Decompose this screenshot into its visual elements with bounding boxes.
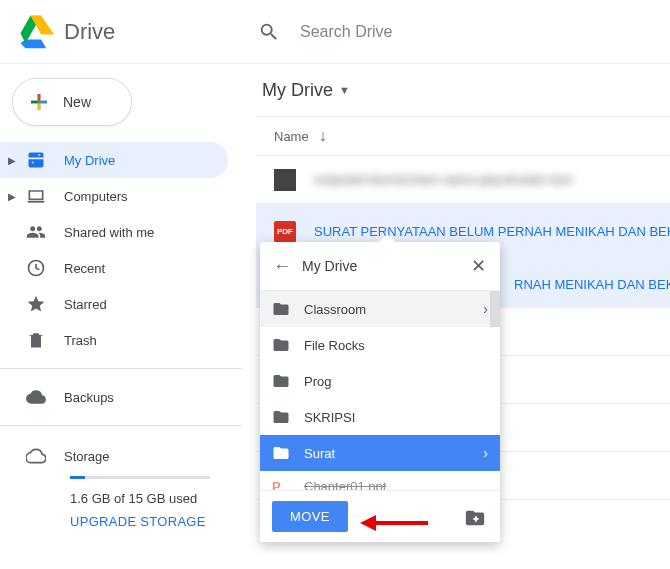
move-button[interactable]: MOVE bbox=[272, 501, 348, 532]
sidebar-item-label: Computers bbox=[64, 189, 128, 204]
new-folder-icon[interactable] bbox=[464, 507, 488, 527]
upgrade-storage-link[interactable]: UPGRADE STORAGE bbox=[70, 514, 242, 529]
folder-icon bbox=[272, 443, 292, 463]
breadcrumb-label: My Drive bbox=[262, 80, 333, 101]
my-drive-icon bbox=[24, 148, 48, 172]
move-dialog-title: My Drive bbox=[302, 258, 467, 274]
scrollbar[interactable] bbox=[490, 291, 500, 327]
sidebar-item-storage[interactable]: Storage bbox=[26, 446, 242, 466]
sidebar: New ▶ My Drive ▶ Computers Shared with m… bbox=[0, 64, 242, 569]
column-headers[interactable]: Name ↓ bbox=[256, 116, 670, 156]
pdf-icon: PDF bbox=[274, 221, 296, 243]
dropdown-caret-icon: ▼ bbox=[339, 84, 350, 96]
folder-name: File Rocks bbox=[304, 338, 365, 353]
search-placeholder: Search Drive bbox=[300, 23, 392, 41]
chevron-right-icon[interactable]: ▶ bbox=[6, 191, 18, 202]
cloud-outline-icon bbox=[26, 446, 46, 466]
app-title: Drive bbox=[64, 19, 115, 45]
storage-bar bbox=[70, 476, 210, 479]
move-dialog-header: ← My Drive ✕ bbox=[260, 242, 500, 290]
folder-icon bbox=[272, 335, 292, 355]
file-icon bbox=[274, 169, 296, 191]
file-name: Chapter01.ppt bbox=[304, 479, 386, 491]
people-icon bbox=[24, 220, 48, 244]
computers-icon bbox=[24, 184, 48, 208]
sidebar-item-label: My Drive bbox=[64, 153, 115, 168]
sidebar-item-computers[interactable]: ▶ Computers bbox=[0, 178, 228, 214]
file-name: redacted-blurred-item-name-placeholder-t… bbox=[314, 172, 572, 187]
storage-used-text: 1.6 GB of 15 GB used bbox=[70, 491, 242, 506]
sidebar-item-starred[interactable]: Starred bbox=[0, 286, 228, 322]
column-name: Name bbox=[274, 129, 309, 144]
folder-name: Classroom bbox=[304, 302, 366, 317]
folder-item-prog[interactable]: Prog bbox=[260, 363, 500, 399]
clock-icon bbox=[24, 256, 48, 280]
folder-icon bbox=[272, 407, 292, 427]
sidebar-item-label: Starred bbox=[64, 297, 107, 312]
folder-item-skripsi[interactable]: SKRIPSI bbox=[260, 399, 500, 435]
move-dialog: ← My Drive ✕ Classroom › File Rocks Prog… bbox=[260, 242, 500, 542]
breadcrumb[interactable]: My Drive ▼ bbox=[256, 64, 670, 116]
file-name: SURAT PERNYATAAN BELUM PERNAH MENIKAH DA… bbox=[314, 224, 670, 239]
svg-marker-2 bbox=[360, 515, 376, 531]
header: Drive Search Drive bbox=[0, 0, 670, 64]
sidebar-item-label: Trash bbox=[64, 333, 97, 348]
file-row[interactable]: redacted-blurred-item-name-placeholder-t… bbox=[256, 156, 670, 204]
file-item-chapter01[interactable]: P Chapter01.ppt bbox=[260, 471, 500, 490]
chevron-right-icon[interactable]: ▶ bbox=[6, 155, 18, 166]
file-name: RNAH MENIKAH DAN BEKER bbox=[514, 277, 670, 292]
storage-label: Storage bbox=[64, 449, 110, 464]
folder-icon bbox=[272, 371, 292, 391]
close-icon[interactable]: ✕ bbox=[467, 255, 490, 277]
new-button-label: New bbox=[63, 94, 91, 110]
sidebar-item-label: Recent bbox=[64, 261, 105, 276]
folder-icon bbox=[272, 299, 292, 319]
back-icon[interactable]: ← bbox=[270, 256, 294, 277]
plus-icon bbox=[27, 90, 51, 114]
sidebar-item-trash[interactable]: Trash bbox=[0, 322, 228, 358]
sidebar-item-recent[interactable]: Recent bbox=[0, 250, 228, 286]
popup-arrow bbox=[378, 234, 396, 243]
header-left: Drive bbox=[0, 14, 242, 50]
ppt-icon: P bbox=[272, 476, 292, 490]
sidebar-item-label: Shared with me bbox=[64, 225, 154, 240]
cloud-icon bbox=[24, 385, 48, 409]
new-button[interactable]: New bbox=[12, 78, 132, 126]
folder-name: Surat bbox=[304, 446, 335, 461]
folder-item-classroom[interactable]: Classroom › bbox=[260, 291, 500, 327]
sidebar-item-backups[interactable]: Backups bbox=[0, 379, 228, 415]
search-icon bbox=[258, 21, 280, 43]
chevron-right-icon[interactable]: › bbox=[483, 445, 488, 461]
trash-icon bbox=[24, 328, 48, 352]
annotation-arrow-icon bbox=[360, 512, 432, 534]
storage-section: Storage 1.6 GB of 15 GB used UPGRADE STO… bbox=[0, 436, 242, 529]
divider bbox=[0, 368, 242, 369]
sort-arrow-icon: ↓ bbox=[319, 127, 327, 145]
chevron-right-icon[interactable]: › bbox=[483, 301, 488, 317]
search-bar[interactable]: Search Drive bbox=[242, 21, 392, 43]
sidebar-item-my-drive[interactable]: ▶ My Drive bbox=[0, 142, 228, 178]
move-dialog-folder-list: Classroom › File Rocks Prog SKRIPSI Sura… bbox=[260, 290, 500, 490]
drive-logo-icon bbox=[18, 14, 54, 50]
folder-name: Prog bbox=[304, 374, 331, 389]
star-icon bbox=[24, 292, 48, 316]
sidebar-item-shared[interactable]: Shared with me bbox=[0, 214, 228, 250]
divider bbox=[0, 425, 242, 426]
folder-item-file-rocks[interactable]: File Rocks bbox=[260, 327, 500, 363]
sidebar-item-label: Backups bbox=[64, 390, 114, 405]
folder-name: SKRIPSI bbox=[304, 410, 355, 425]
folder-item-surat[interactable]: Surat › bbox=[260, 435, 500, 471]
